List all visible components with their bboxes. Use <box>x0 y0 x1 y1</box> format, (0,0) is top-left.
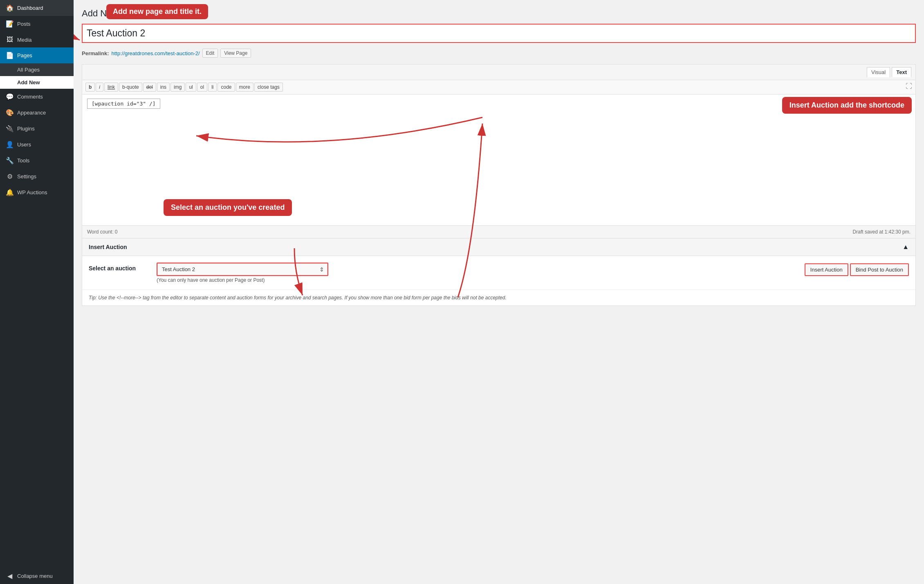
title-input[interactable] <box>82 24 916 43</box>
editor-tabs: Visual Text <box>867 67 911 77</box>
pages-submenu: All Pages Add New <box>0 63 74 89</box>
toolbar-li[interactable]: li <box>208 83 217 92</box>
sidebar-item-comments[interactable]: 💬 Comments <box>0 89 74 105</box>
insert-auction-body: Select an auction Test Auction 2 Test Au… <box>82 256 915 290</box>
toolbar-ol[interactable]: ol <box>197 83 207 92</box>
sidebar-item-dashboard[interactable]: 🏠 Dashboard <box>0 0 74 16</box>
permalink-url[interactable]: http://greatdrones.com/test-auction-2/ <box>111 50 200 56</box>
sidebar-item-collapse[interactable]: ◀ Collapse menu <box>0 568 74 584</box>
toolbar-bold[interactable]: b <box>85 83 95 92</box>
annotation-insert-shortcode: Insert Auction add the shortcode <box>782 97 912 114</box>
sidebar-item-settings[interactable]: ⚙ Settings <box>0 168 74 184</box>
edit-permalink-button[interactable]: Edit <box>202 49 218 58</box>
toolbar-italic[interactable]: i <box>96 83 103 92</box>
content-area: Add New Page Add new page and title it. … <box>74 0 924 584</box>
toolbar-code[interactable]: code <box>218 83 235 92</box>
toolbar-img[interactable]: img <box>170 83 185 92</box>
auction-select-note: (You can only have one auction per Page … <box>157 277 798 283</box>
plugins-icon: 🔌 <box>6 125 14 133</box>
sidebar-item-users[interactable]: 👤 Users <box>0 137 74 153</box>
auction-actions: Insert Auction Bind Post to Auction <box>805 263 909 276</box>
view-page-button[interactable]: View Page <box>220 49 251 58</box>
editor-top-bar: Visual Text <box>82 65 915 80</box>
toolbar-link[interactable]: link <box>104 83 118 92</box>
insert-auction-button[interactable]: Insert Auction <box>805 263 848 276</box>
editor-toolbar: b i link b-quote del ins img ul ol li co… <box>82 80 915 94</box>
wp-auctions-icon: 🔔 <box>6 189 14 196</box>
draft-saved: Draft saved at 1:42:30 pm. <box>853 229 911 235</box>
toolbar-more[interactable]: more <box>236 83 253 92</box>
editor-footer: Word count: 0 Draft saved at 1:42:30 pm. <box>82 225 915 238</box>
sidebar-subitem-add-new[interactable]: Add New <box>0 76 74 89</box>
toolbar-ul[interactable]: ul <box>186 83 196 92</box>
sidebar-item-appearance[interactable]: 🎨 Appearance <box>0 105 74 121</box>
permalink-label: Permalink: <box>82 50 109 56</box>
media-icon: 🖼 <box>6 36 14 43</box>
sidebar: 🏠 Dashboard 📝 Posts 🖼 Media 📄 Pages All … <box>0 0 74 584</box>
shortcode-content: [wpauction id="3" /] <box>87 99 160 109</box>
sidebar-subitem-all-pages[interactable]: All Pages <box>0 63 74 76</box>
insert-auction-header: Insert Auction ▲ <box>82 238 915 256</box>
main-content: Add New Page Add new page and title it. … <box>74 0 924 584</box>
auction-select-wrapper: Test Auction 2 Test Auction 1 ⇕ <box>157 263 328 276</box>
tip-text: Tip: Use the <!--more--> tag from the ed… <box>82 290 915 305</box>
annotation-select-auction: Select an auction you've created <box>164 199 292 216</box>
auction-select-row: Select an auction Test Auction 2 Test Au… <box>89 263 909 283</box>
sidebar-item-posts[interactable]: 📝 Posts <box>0 16 74 32</box>
toolbar-close-tags[interactable]: close tags <box>254 83 283 92</box>
title-field-wrapper <box>82 24 916 46</box>
auction-select-label: Select an auction <box>89 263 150 272</box>
users-icon: 👤 <box>6 141 14 148</box>
appearance-icon: 🎨 <box>6 109 14 117</box>
toolbar-bquote[interactable]: b-quote <box>119 83 142 92</box>
permalink-row: Permalink: http://greatdrones.com/test-a… <box>82 49 916 58</box>
dashboard-icon: 🏠 <box>6 4 14 12</box>
tools-icon: 🔧 <box>6 157 14 164</box>
posts-icon: 📝 <box>6 20 14 28</box>
expand-icon[interactable]: ⛶ <box>906 83 912 92</box>
comments-icon: 💬 <box>6 93 14 101</box>
word-count-area: Word count: 0 <box>87 229 118 235</box>
sidebar-item-wp-auctions[interactable]: 🔔 WP Auctions <box>0 184 74 200</box>
auction-select[interactable]: Test Auction 2 Test Auction 1 <box>157 263 327 275</box>
collapse-icon: ◀ <box>6 572 14 580</box>
editor-container: Insert Auction add the shortcode Select … <box>82 64 916 306</box>
page-heading-area: Add New Page Add new page and title it. <box>82 8 916 19</box>
annotation-add-page: Add new page and title it. <box>106 4 208 19</box>
sidebar-item-pages[interactable]: 📄 Pages <box>0 47 74 63</box>
sidebar-item-media[interactable]: 🖼 Media <box>0 32 74 47</box>
toolbar-ins[interactable]: ins <box>157 83 170 92</box>
tab-text[interactable]: Text <box>892 67 911 77</box>
svg-line-1 <box>74 28 80 40</box>
insert-auction-panel: Insert Auction ▲ Select an auction Test … <box>82 238 916 306</box>
toolbar-del[interactable]: del <box>143 83 156 92</box>
auction-select-control: Test Auction 2 Test Auction 1 ⇕ (You can… <box>157 263 798 283</box>
bind-post-button[interactable]: Bind Post to Auction <box>850 263 909 276</box>
settings-icon: ⚙ <box>6 173 14 180</box>
sidebar-item-plugins[interactable]: 🔌 Plugins <box>0 121 74 137</box>
collapse-panel-icon[interactable]: ▲ <box>902 243 909 251</box>
tab-visual[interactable]: Visual <box>867 67 890 77</box>
pages-icon: 📄 <box>6 52 14 59</box>
sidebar-item-tools[interactable]: 🔧 Tools <box>0 153 74 168</box>
